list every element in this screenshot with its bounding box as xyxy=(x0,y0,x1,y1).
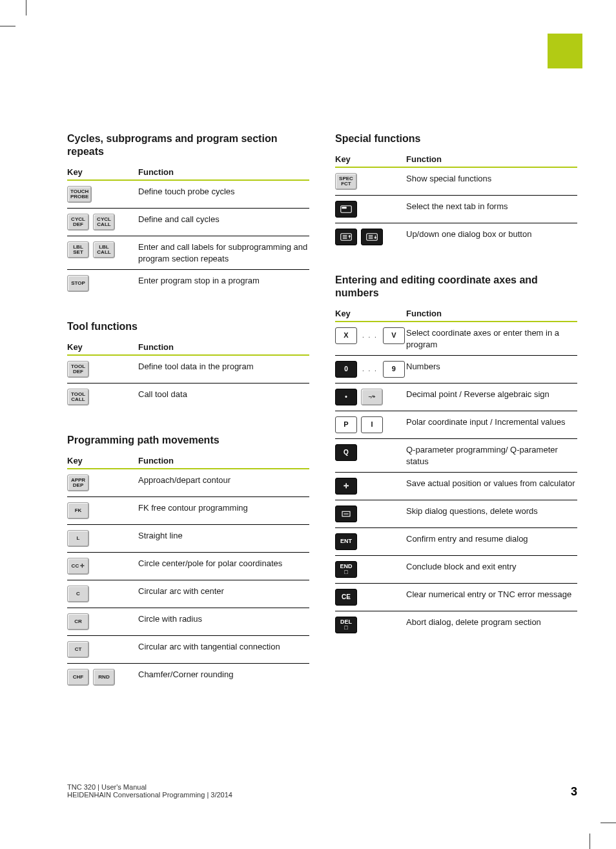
tool-call-key: TOOLCALL xyxy=(67,389,89,405)
table-row: FKFK free contour programming xyxy=(67,497,309,525)
0-key: 0 xyxy=(335,361,357,378)
table-row: SPECFCTShow special functions xyxy=(335,167,577,196)
table-row: 0. . .9Numbers xyxy=(335,356,577,384)
func-desc: Confirm entry and resume dialog xyxy=(406,528,577,556)
down-key xyxy=(361,229,383,245)
func-desc: Enter program stop in a program xyxy=(138,270,309,298)
func-desc: FK free contour programming xyxy=(138,497,309,525)
table-row: LBLSETLBLCALLEnter and call labels for s… xyxy=(67,236,309,270)
col-func: Function xyxy=(138,340,309,355)
i-key: I xyxy=(361,416,383,433)
section-title: Special functions xyxy=(335,132,577,145)
func-desc: Enter and call labels for subprogramming… xyxy=(138,236,309,270)
touch-probe-key: TOUCHPROBE xyxy=(67,186,92,203)
page-content: Cycles, subprograms and program section … xyxy=(67,132,577,714)
end--key: END□ xyxy=(335,561,357,578)
func-desc: Call tool data xyxy=(138,384,309,411)
func-desc: Straight line xyxy=(138,525,309,553)
table-row: QQ-parameter programming/ Q-parameter st… xyxy=(335,439,577,473)
footer-line-1: TNC 320 | User's Manual xyxy=(67,783,232,791)
col-key: Key xyxy=(335,306,406,322)
tab-key xyxy=(335,201,357,218)
table-row: CYCLDEFCYCLCALLDefine and call cycles xyxy=(67,209,309,236)
col-func: Function xyxy=(406,152,577,167)
q-key: Q xyxy=(335,444,357,461)
section-special: Special functionsKeyFunctionSPECFCTShow … xyxy=(335,132,577,251)
func-desc: Define touch probe cycles xyxy=(138,180,309,209)
del--key: DEL□ xyxy=(335,617,357,633)
crop-mark xyxy=(590,834,590,849)
ellipsis: . . . xyxy=(361,331,379,340)
svg-rect-1 xyxy=(342,207,347,209)
func-desc: Numbers xyxy=(406,356,577,384)
crop-mark xyxy=(0,26,15,26)
table-row: Select the next tab in forms xyxy=(335,196,577,223)
p-key: P xyxy=(335,416,357,433)
ellipsis: . . . xyxy=(361,365,379,374)
l-key: L xyxy=(67,530,89,547)
ct-key: CT xyxy=(67,641,89,658)
section-title: Cycles, subprograms and program section … xyxy=(67,132,309,158)
func-desc: Circular arc with tangential connection xyxy=(138,636,309,664)
accent-box xyxy=(548,34,582,68)
table-row: CEClear numerical entry or TNC error mes… xyxy=(335,584,577,611)
footer-line-2: HEIDENHAIN Conversational Programming | … xyxy=(67,791,232,799)
table-row: END□Conclude block and exit entry xyxy=(335,556,577,584)
key-table: KeyFunctionSPECFCTShow special functions… xyxy=(335,152,577,251)
cc--key: CC ✛ xyxy=(67,558,89,575)
table-row: CCircular arc with center xyxy=(67,580,309,608)
table-row: TOOLDEFDefine tool data in the program xyxy=(67,355,309,384)
page-number: 3 xyxy=(571,785,577,799)
table-row: Skip dialog questions, delete words xyxy=(335,500,577,528)
func-desc: Polar coordinate input / Incremental val… xyxy=(406,411,577,439)
section-entering: Entering and editing coordinate axes and… xyxy=(335,274,577,639)
--key: • xyxy=(335,389,357,405)
ent-key: ENT xyxy=(335,533,357,550)
key-table: KeyFunctionTOUCHPROBEDefine touch probe … xyxy=(67,165,309,297)
func-desc: Clear numerical entry or TNC error messa… xyxy=(406,584,577,611)
key-table: KeyFunctionAPPRDEPApproach/depart contou… xyxy=(67,453,309,691)
page-footer: TNC 320 | User's Manual HEIDENHAIN Conve… xyxy=(67,783,577,799)
x-key: X xyxy=(335,327,357,344)
table-row: DEL□Abort dialog, delete program section xyxy=(335,611,577,639)
func-desc: Abort dialog, delete program section xyxy=(406,611,577,639)
lbl-set-key: LBLSET xyxy=(67,241,89,258)
table-row: PIPolar coordinate input / Incremental v… xyxy=(335,411,577,439)
cycl-def-key: CYCLDEF xyxy=(67,214,89,230)
func-desc: Q-parameter programming/ Q-parameter sta… xyxy=(406,439,577,473)
appr-dep-key: APPRDEP xyxy=(67,475,89,491)
--key: −⁄+ xyxy=(361,389,383,405)
func-desc: Up/down one dialog box or button xyxy=(406,223,577,251)
v-key: V xyxy=(383,327,405,344)
func-desc: Circle center/pole for polar coordinates xyxy=(138,553,309,580)
func-desc: Define tool data in the program xyxy=(138,355,309,384)
table-row: TOUCHPROBEDefine touch probe cycles xyxy=(67,180,309,209)
9-key: 9 xyxy=(383,361,405,378)
section-cycles: Cycles, subprograms and program section … xyxy=(67,132,309,297)
func-desc: Show special functions xyxy=(406,167,577,196)
section-title: Tool functions xyxy=(67,320,309,333)
up-key xyxy=(335,229,357,245)
table-row: ✛Save actual position or values from cal… xyxy=(335,473,577,500)
func-desc: Define and call cycles xyxy=(138,209,309,236)
stop-key: STOP xyxy=(67,275,89,292)
func-desc: Conclude block and exit entry xyxy=(406,556,577,584)
table-row: ENTConfirm entry and resume dialog xyxy=(335,528,577,556)
noent-key xyxy=(335,506,357,522)
func-desc: Skip dialog questions, delete words xyxy=(406,500,577,528)
tool-def-key: TOOLDEF xyxy=(67,361,89,378)
func-desc: Approach/depart contour xyxy=(138,469,309,497)
col-key: Key xyxy=(335,152,406,167)
table-row: X. . .VSelect coordinate axes or enter t… xyxy=(335,322,577,356)
func-desc: Decimal point / Reverse algebraic sign xyxy=(406,384,577,411)
table-row: CC ✛Circle center/pole for polar coordin… xyxy=(67,553,309,580)
func-desc: Save actual position or values from calc… xyxy=(406,473,577,500)
func-desc: Select the next tab in forms xyxy=(406,196,577,223)
rnd-key: RND xyxy=(93,669,115,686)
col-func: Function xyxy=(138,165,309,180)
section-title: Entering and editing coordinate axes and… xyxy=(335,274,577,300)
col-func: Function xyxy=(406,306,577,322)
--key: ✛ xyxy=(335,478,357,495)
crop-mark xyxy=(601,823,616,823)
table-row: LStraight line xyxy=(67,525,309,553)
